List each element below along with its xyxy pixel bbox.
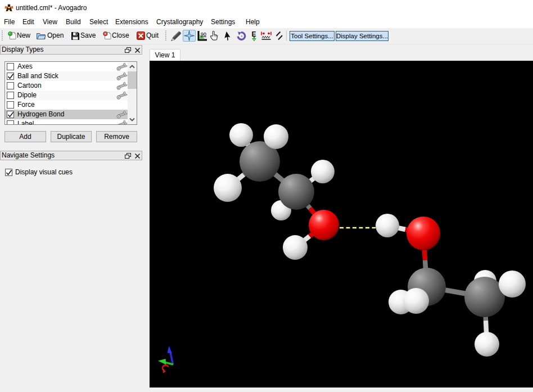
svg-text:90: 90: [201, 31, 206, 37]
